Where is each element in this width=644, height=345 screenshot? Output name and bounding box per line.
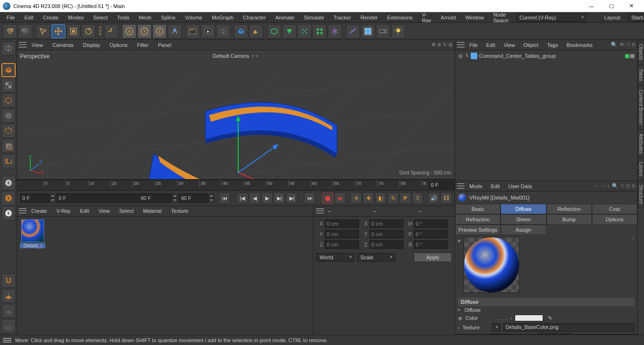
chevron-right-icon[interactable]: › <box>458 325 460 330</box>
vtab-layers[interactable]: Layers <box>638 158 644 181</box>
timeline-tick[interactable]: 60 <box>311 180 333 187</box>
start-frame-input[interactable] <box>20 193 49 203</box>
render-dot-icon[interactable] <box>630 54 635 58</box>
hamburger-icon[interactable] <box>457 42 465 48</box>
render-view-button[interactable] <box>201 24 215 38</box>
menu-mograph[interactable]: MoGraph <box>207 13 238 22</box>
prev-key-button[interactable]: |◀ <box>237 192 248 204</box>
menu-tracker[interactable]: Tracker <box>329 13 356 22</box>
keyframe-selection-button[interactable]: ✲ <box>350 192 362 204</box>
matmenu-material[interactable]: Material <box>138 207 166 215</box>
symmetry-button[interactable] <box>328 24 342 38</box>
attrmenu-mode[interactable]: Mode <box>465 182 486 191</box>
menu-window[interactable]: Window <box>461 13 489 22</box>
matmenu-edit[interactable]: Edit <box>75 207 94 215</box>
menu-character[interactable]: Character <box>238 13 270 22</box>
menu-volume[interactable]: Volume <box>180 13 207 22</box>
texture-thumbnail[interactable] <box>489 334 511 334</box>
range-end-input[interactable] <box>138 193 171 203</box>
goto-start-button[interactable]: ⏮ <box>219 192 230 204</box>
timeline-tick[interactable]: 0 <box>44 180 66 187</box>
end-frame-input[interactable] <box>179 193 208 203</box>
coord-y2-input[interactable] <box>369 230 403 238</box>
sampling-dropdown[interactable]: MIP <box>538 333 572 334</box>
coord-b-input[interactable] <box>414 240 448 249</box>
matmenu-view[interactable]: View <box>94 207 115 215</box>
lock-icon[interactable]: ⊙ <box>626 183 630 189</box>
search-icon[interactable]: 🔍 <box>612 183 618 189</box>
redo-button[interactable] <box>18 24 32 38</box>
attrmenu-userdata[interactable]: User Data <box>505 182 536 191</box>
key-position-button[interactable]: ✥ <box>363 192 374 204</box>
hamburger-icon[interactable] <box>19 42 27 48</box>
nav-back-icon[interactable]: ← <box>593 183 599 189</box>
next-key-button[interactable]: ▶| <box>286 192 297 204</box>
search-icon[interactable]: 🔍 <box>611 42 617 48</box>
expand-preview-icon[interactable]: ˄ <box>632 237 635 243</box>
tab-basic[interactable]: Basic <box>455 204 501 214</box>
cloner-button[interactable] <box>313 24 327 38</box>
chevron-right-icon[interactable]: › <box>510 315 512 321</box>
timeline-tick[interactable]: 55 <box>288 180 311 187</box>
diffuse-subsection[interactable]: Diffuse <box>458 307 635 313</box>
pen-tool-button[interactable] <box>249 24 263 38</box>
edge-mode-button[interactable] <box>1 139 16 153</box>
picture-viewer-button[interactable] <box>216 24 230 38</box>
hamburger-icon[interactable] <box>457 183 465 190</box>
light-button[interactable] <box>391 24 405 38</box>
enable-quantize-button[interactable]: S <box>1 206 16 220</box>
timeline-tick[interactable]: 80 <box>400 180 422 187</box>
menu-mesh[interactable]: Mesh <box>134 13 156 22</box>
spinner-icon[interactable]: ▴▾ <box>172 194 178 202</box>
recent-tool-button[interactable] <box>104 24 118 38</box>
new-icon[interactable]: ⎘ <box>632 183 635 189</box>
menu-file[interactable]: File <box>2 13 20 22</box>
matmenu-texture[interactable]: Texture <box>166 207 193 215</box>
undo-button[interactable] <box>3 24 17 38</box>
objmenu-tags[interactable]: Tags <box>543 41 562 49</box>
coordinate-system-button[interactable] <box>168 24 182 38</box>
tab-diffuse[interactable]: Diffuse <box>501 204 546 214</box>
object-mode-button[interactable] <box>1 93 16 108</box>
vtab-content-browser[interactable]: Content Browser <box>638 85 644 129</box>
apply-button[interactable]: Apply <box>414 253 452 262</box>
rotate-tool-button[interactable] <box>81 24 96 38</box>
cube-primitive-button[interactable] <box>234 24 248 38</box>
menu-select[interactable]: Select <box>89 13 113 22</box>
key-pla-button[interactable]: ⠿ <box>412 192 423 204</box>
timeline-tick[interactable]: 40 <box>222 180 244 187</box>
menu-arnold[interactable]: Arnold <box>436 13 461 22</box>
vtab-structure[interactable]: Structure <box>638 181 644 209</box>
y-axis-lock-button[interactable]: Y <box>137 24 152 38</box>
material-thumbnail[interactable]: Details_l <box>20 219 45 332</box>
timeline-tick[interactable]: 35 <box>199 180 222 187</box>
color-picker-icon[interactable]: ✎ <box>546 314 554 322</box>
vtab-attributes[interactable]: Attributes <box>638 129 644 158</box>
tab-options[interactable]: Options <box>592 214 637 225</box>
bend-deformer-button[interactable] <box>346 24 360 38</box>
objmenu-bookmarks[interactable]: Bookmarks <box>563 41 596 49</box>
material-preview-sphere[interactable] <box>464 237 519 293</box>
planar-button[interactable] <box>1 304 16 318</box>
sound-button[interactable]: 🔊 <box>428 192 439 204</box>
timeline-tick[interactable]: 65 <box>333 180 355 187</box>
coord-y-input[interactable] <box>325 230 359 238</box>
layout-dropdown[interactable]: Startup <box>628 13 644 22</box>
collapse-icon[interactable]: ▾ <box>458 238 461 244</box>
point-mode-button[interactable] <box>1 124 16 138</box>
menu-edit[interactable]: Edit <box>20 13 38 22</box>
prev-frame-button[interactable]: ◀ <box>249 192 260 204</box>
coord-z2-input[interactable] <box>369 240 403 249</box>
timeline-tick[interactable]: 85 <box>422 180 426 187</box>
viewport-toggle-icon[interactable]: ⊞ <box>448 42 453 48</box>
object-name[interactable]: Command_Center_Tables_group <box>479 53 556 59</box>
vtab-objects[interactable]: Objects <box>638 40 644 64</box>
z-axis-lock-button[interactable]: Z <box>152 24 167 38</box>
enable-snap-button[interactable]: S <box>1 191 16 205</box>
menu-tools[interactable]: Tools <box>112 13 134 22</box>
make-editable-button[interactable] <box>1 41 16 55</box>
coord-p-input[interactable] <box>414 230 448 238</box>
autokey-button[interactable]: ◉ <box>334 192 346 204</box>
timeline-tick[interactable]: 10 <box>88 180 110 187</box>
live-selection-button[interactable] <box>36 24 50 38</box>
